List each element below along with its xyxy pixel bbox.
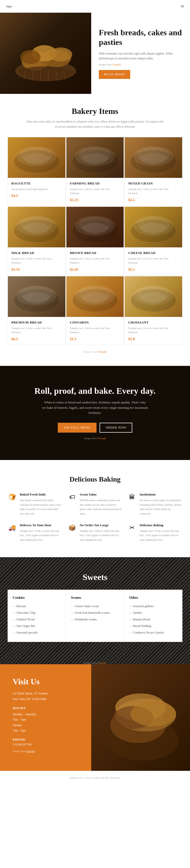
visit-hours: Monday - Saturday7am - 7pmSunday7am - 7p… — [13, 712, 84, 734]
bakery-freepik-link[interactable]: Freepik — [98, 350, 107, 353]
sweets-list-item: Biscotti — [13, 603, 61, 610]
sweets-list-item: Chocolate Chip — [13, 610, 61, 616]
visit-bread-illustration — [98, 664, 184, 771]
item-price: $3.55 — [11, 268, 62, 272]
baking-feature-title: No Order Too Large — [80, 523, 123, 527]
bakery-image-credit: Images from Freepik — [8, 350, 182, 353]
item-image-baguette — [8, 137, 65, 178]
bakery-item-card[interactable]: CROISSANT Sample text. Click to select t… — [124, 276, 182, 345]
roll-freepik-link[interactable]: Freepik — [98, 437, 106, 440]
baking-feature-item: 🍞 Baked Fresh Daily Our bread is baked f… — [8, 493, 63, 516]
hero-freepik-link[interactable]: Freepik — [112, 63, 121, 66]
roll-section: Roll, proof, and bake. Every day. When i… — [0, 366, 190, 460]
baking-feature-item: 🚚 Delivery To Your Door Sample text. Cli… — [8, 523, 63, 542]
item-name: MILK BREAD — [11, 251, 62, 255]
visit-hour-entry: 7am - 7pm — [13, 717, 84, 723]
hero-title: Fresh breads, cakes and pasties — [99, 28, 182, 47]
item-image-brown-bread — [66, 207, 124, 247]
baking-feature-icon: 🍞 — [8, 493, 17, 502]
sweets-col-title: Other — [129, 596, 177, 600]
svg-point-4 — [20, 50, 41, 64]
baking-feature-text: Baked Fresh Daily Our bread is baked fre… — [20, 493, 63, 516]
item-desc: Sample text. Click to select the Text El… — [70, 326, 120, 334]
sweets-list-item: Oat Ginger Bar — [13, 623, 61, 629]
visit-freepik-link[interactable]: Freepik — [26, 749, 35, 752]
roll-content: Roll, proof, and bake. Every day. When i… — [10, 386, 180, 440]
hero-bread-illustration — [5, 18, 86, 89]
item-name: FARMING BREAD — [70, 181, 120, 185]
bakery-item-card[interactable]: MILK BREAD Sample text. Click to select … — [8, 207, 66, 276]
bakery-item-card[interactable]: CINNABON Sample text. Click to select th… — [66, 276, 124, 345]
hero-content: Fresh breads, cakes and pasties Nibh ven… — [91, 18, 190, 89]
bakery-items-section: Bakery Items Duis aute irure dolor in re… — [0, 94, 190, 366]
bakery-item-card[interactable]: FARMING BREAD Sample text. Click to sele… — [66, 137, 124, 206]
bakery-item-card[interactable]: MIXED GRAIN Sample text. Click to select… — [124, 137, 182, 206]
sweets-list-item: Seasonal specials — [13, 629, 61, 636]
visit-phone: 1 (234) 567 891 — [13, 743, 84, 746]
baking-feature-desc: With the most competitive prices on the … — [80, 498, 123, 516]
baking-feature-title: Delicious Baking — [140, 523, 182, 527]
baking-feature-title: Institutions — [140, 493, 182, 497]
bakery-item-card[interactable]: BROWN BREAD Sample text. Click to select… — [66, 207, 124, 276]
sweets-freepik-link[interactable]: Freepik — [98, 661, 106, 664]
sweets-section: Sweets Cookies BiscottiChocolate ChipOat… — [0, 557, 190, 664]
item-price: $1.5 — [70, 337, 120, 341]
sweets-col-list: Classic butter sconeFresh fruit buttermi… — [71, 603, 119, 623]
visit-hour-entry: Monday - Saturday — [13, 712, 84, 717]
sweets-column-cookies: Cookies BiscottiChocolate ChipOatmeal Pe… — [8, 590, 66, 642]
baking-feature-icon: 📦 — [68, 523, 77, 532]
bakery-item-card[interactable]: BAGUETTE Small-batch sourdough baguette.… — [8, 137, 66, 206]
baking-feature-text: Delicious Baking Sample text. Click to s… — [140, 523, 182, 542]
visit-title: Visit Us — [13, 677, 84, 686]
svg-point-5 — [49, 48, 72, 62]
sweets-list-item: Bread Pudding — [129, 623, 177, 629]
sweets-wrapper: Sweets Cookies BiscottiChocolate ChipOat… — [0, 557, 190, 664]
read-more-button[interactable]: READ MORE — [99, 70, 130, 79]
visit-hour-entry: 7am - 7pm — [13, 728, 84, 734]
item-name: MIXED GRAIN — [128, 181, 179, 185]
item-image-cinnabon — [66, 276, 124, 317]
sweets-list-item: Oatmeal Pecan — [13, 616, 61, 623]
item-image-mixed-grain — [125, 137, 182, 178]
item-desc: Small-batch sourdough baguette. — [11, 187, 62, 191]
item-price: $1.8 — [128, 337, 179, 341]
svg-point-44 — [130, 701, 176, 726]
see-full-menu-button[interactable]: SEE FULL MENU — [58, 423, 97, 433]
item-price: $4.5 — [11, 194, 62, 198]
sweets-list-item: Seasonal galletes — [129, 603, 177, 610]
sweets-list-item: Handmade scones — [71, 616, 119, 623]
item-image-milk-bread — [8, 207, 65, 247]
bakery-item-card[interactable]: PREMIUM BREAD Sample text. Click to sele… — [8, 276, 66, 345]
visit-section: Visit Us 127 Back Street, GT Avenue, New… — [0, 664, 190, 771]
item-name: CINNABON — [70, 320, 120, 324]
sweets-column-other: Other Seasonal galletesTartletsBanana Br… — [124, 590, 182, 642]
baking-feature-desc: Sample text. Click to select the text bo… — [80, 529, 123, 542]
baking-feature-item: 🏷 Great Value With the most competitive … — [68, 493, 123, 516]
sweets-inner: Sweets Cookies BiscottiChocolate ChipOat… — [0, 557, 190, 657]
menu-icon[interactable]: ≡ — [181, 3, 184, 10]
baking-feature-item: 📦 No Order Too Large Sample text. Click … — [68, 523, 123, 542]
visit-hours-label: HOURS — [13, 706, 84, 710]
baking-feature-desc: Sample text. Click to select the text bo… — [20, 529, 63, 542]
baking-feature-text: Institutions We serve a wide range of in… — [140, 493, 182, 516]
sweets-list-item: Tartlets — [129, 610, 177, 616]
item-desc: Sample text. Click to select the Text El… — [128, 326, 179, 334]
sweets-list-item: Cranberry Pecan Granola — [129, 629, 177, 636]
baking-feature-title: Delivery To Your Door — [20, 523, 63, 527]
items-grid: BAGUETTE Small-batch sourdough baguette.… — [8, 137, 182, 345]
sweets-col-title: Cookies — [13, 596, 61, 600]
bakery-title: Bakery Items — [8, 106, 182, 116]
item-image-cheese-bread — [125, 207, 182, 247]
item-image-premium-bread — [8, 276, 65, 317]
item-price: $2.45 — [70, 268, 120, 272]
baking-feature-desc: Sample text. Click to select the text bo… — [140, 529, 182, 542]
roll-buttons: SEE FULL MENU ORDER NOW — [10, 423, 180, 433]
baking-feature-title: Baked Fresh Daily — [20, 493, 63, 497]
sweets-list-item: Fresh fruit buttermilk scones — [71, 610, 119, 616]
item-name: PREMIUM BREAD — [11, 320, 62, 324]
sweets-col-list: Seasonal galletesTartletsBanana BreadBre… — [129, 603, 177, 636]
bakery-item-card[interactable]: CHEESE BREAD Sample text. Click to selec… — [124, 207, 182, 276]
roll-description: When it comes to bread and sandwiches, f… — [42, 400, 148, 415]
visit-phone-label: PHONE — [13, 738, 84, 742]
order-now-button[interactable]: ORDER NOW — [100, 423, 132, 433]
